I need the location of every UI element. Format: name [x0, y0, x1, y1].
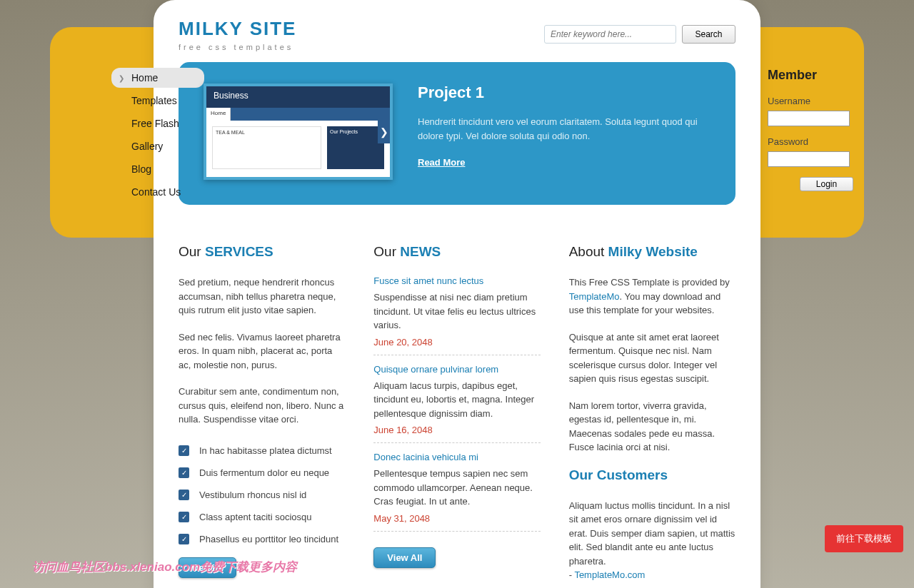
services-checklist: ✓In hac habitasse platea dictumst ✓Duis …	[179, 440, 345, 550]
nav-label: Blog	[131, 163, 151, 175]
list-item: ✓Duis fermentum dolor eu neque	[179, 462, 345, 484]
news-title-link[interactable]: Quisque ornare pulvinar lorem	[373, 364, 540, 375]
nav-label: Contact Us	[131, 186, 181, 198]
sidebar-nav: ❯Home ❯Templates ❯Free Flash ❯Gallery ❯B…	[111, 68, 204, 205]
username-label: Username	[768, 96, 853, 106]
chevron-right-icon: ❯	[119, 74, 127, 82]
news-item: Donec lacinia vehicula mi Pellentesque t…	[373, 452, 540, 532]
nav-free-flash[interactable]: ❯Free Flash	[111, 113, 204, 133]
about-para: Quisque at ante sit amet erat laoreet fe…	[569, 330, 735, 386]
login-button[interactable]: Login	[800, 177, 853, 191]
page-header: MILKY SITE free css templates Search	[154, 0, 760, 62]
services-para: Sed pretium, neque hendrerit rhoncus acc…	[179, 275, 345, 318]
list-item: ✓In hac habitasse platea dictumst	[179, 440, 345, 462]
list-item: ✓Phasellus eu porttitor leo tincidunt	[179, 528, 345, 550]
nav-label: Free Flash	[131, 118, 179, 129]
list-item: ✓Vestibulum rhoncus nisl id	[179, 484, 345, 506]
services-heading: Our SERVICES	[179, 244, 345, 260]
nav-home[interactable]: ❯Home	[111, 68, 204, 88]
about-para: Nam lorem tortor, viverra gravida, egest…	[569, 399, 735, 455]
main-content-card: ❯Home ❯Templates ❯Free Flash ❯Gallery ❯B…	[154, 0, 760, 588]
member-login-box: Member Username Password Login	[768, 68, 853, 191]
nav-contact[interactable]: ❯Contact Us	[111, 182, 204, 202]
customers-heading: Our Customers	[569, 467, 735, 483]
hero-text: Project 1 Hendrerit tincidunt vero vel e…	[418, 83, 710, 180]
hero-thumbnail[interactable]: Business Home TEA & MEAL Our Projects ❯	[204, 83, 393, 180]
news-column: Our NEWS Fusce sit amet nunc lectus Susp…	[373, 244, 540, 588]
carousel-next-icon[interactable]: ❯	[378, 121, 391, 143]
customers-para: Aliquam luctus mollis tincidunt. In a ni…	[569, 499, 735, 582]
search-button[interactable]: Search	[682, 25, 735, 44]
check-icon: ✓	[179, 445, 189, 456]
news-date: June 16, 2048	[373, 425, 540, 435]
username-input[interactable]	[768, 111, 850, 126]
news-title-link[interactable]: Donec lacinia vehicula mi	[373, 452, 540, 462]
logo-area: MILKY SITE free css templates	[179, 18, 296, 51]
read-more-link[interactable]: Read More	[418, 157, 465, 168]
search-input[interactable]	[544, 25, 676, 44]
site-tagline: free css templates	[179, 43, 296, 51]
news-text: Aliquam lacus turpis, dapibus eget, tinc…	[373, 379, 540, 421]
nav-blog[interactable]: ❯Blog	[111, 159, 204, 179]
templatemo-link[interactable]: TemplateMo	[569, 291, 620, 302]
services-para: Curabitur sem ante, condimentum non, cur…	[179, 385, 345, 427]
site-title: MILKY SITE	[179, 18, 296, 40]
news-heading: Our NEWS	[373, 244, 540, 260]
watermark-text: 访问血鸟社区bbs.xleniao.com免费下载更多内容	[32, 559, 297, 575]
member-heading: Member	[768, 68, 853, 83]
password-label: Password	[768, 136, 853, 147]
news-text: Pellentesque tempus sapien nec sem commo…	[373, 467, 540, 509]
check-icon: ✓	[179, 490, 189, 500]
about-para: This Free CSS Template is provided by Te…	[569, 275, 735, 318]
list-item: ✓Class aptent taciti sociosqu	[179, 506, 345, 528]
nav-gallery[interactable]: ❯Gallery	[111, 136, 204, 156]
search-area: Search	[544, 25, 735, 44]
hero-desc: Hendrerit tincidunt vero vel eorum clari…	[418, 115, 710, 143]
check-icon: ✓	[179, 512, 189, 522]
customers-link[interactable]: TemplateMo.com	[574, 569, 645, 580]
check-icon: ✓	[179, 534, 189, 544]
download-template-button[interactable]: 前往下载模板	[825, 525, 903, 552]
content-columns: Our SERVICES Sed pretium, neque hendreri…	[154, 205, 760, 588]
news-date: June 20, 2048	[373, 337, 540, 348]
hero-title: Project 1	[418, 83, 710, 102]
about-column: About Milky Website This Free CSS Templa…	[569, 244, 735, 588]
view-all-button[interactable]: View All	[373, 547, 436, 568]
nav-templates[interactable]: ❯Templates	[111, 91, 204, 111]
thumb-title: Business	[206, 86, 390, 108]
about-heading: About Milky Website	[569, 244, 735, 260]
hero-section: Business Home TEA & MEAL Our Projects ❯ …	[179, 62, 735, 205]
services-para: Sed nec felis. Vivamus laoreet pharetra …	[179, 330, 345, 372]
nav-label: Templates	[131, 95, 177, 106]
nav-label: Home	[131, 72, 158, 83]
news-item: Fusce sit amet nunc lectus Suspendisse a…	[373, 275, 540, 355]
check-icon: ✓	[179, 467, 189, 478]
password-input[interactable]	[768, 151, 850, 167]
services-column: Our SERVICES Sed pretium, neque hendreri…	[179, 244, 345, 588]
news-date: May 31, 2048	[373, 513, 540, 524]
news-item: Quisque ornare pulvinar lorem Aliquam la…	[373, 364, 540, 444]
nav-label: Gallery	[131, 141, 163, 152]
news-text: Suspendisse at nisi nec diam pretium tin…	[373, 290, 540, 333]
news-title-link[interactable]: Fusce sit amet nunc lectus	[373, 275, 540, 286]
